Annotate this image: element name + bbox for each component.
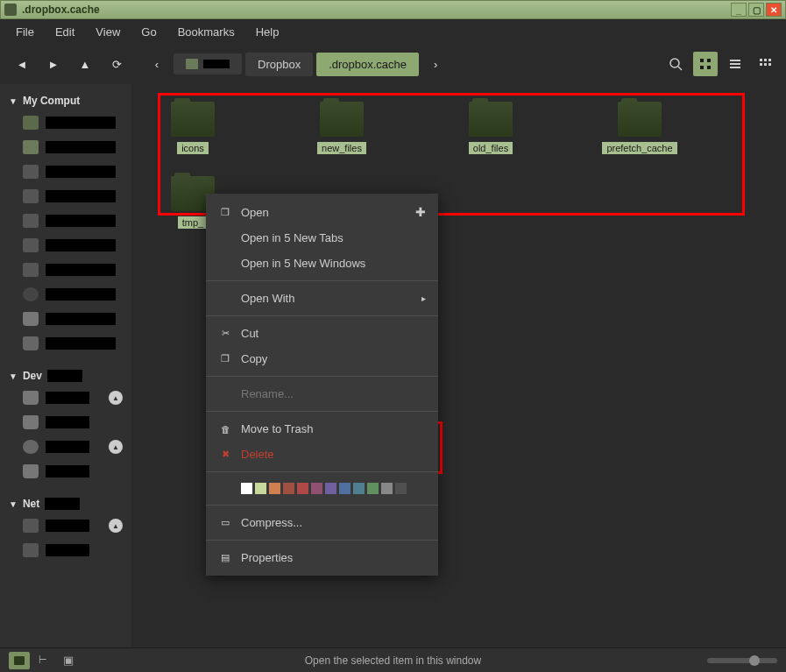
breadcrumb-home[interactable] [173,53,242,74]
color-tag[interactable] [381,483,393,494]
sidebar-section-computer[interactable]: ▼My Comput [4,91,128,110]
sb-places-button[interactable] [9,652,30,669]
maximize-button[interactable]: ▢ [748,3,764,17]
compact-view-button[interactable] [753,52,777,76]
color-tag[interactable] [325,483,336,494]
zoom-slider[interactable] [707,658,777,663]
context-properties-label: Properties [241,551,293,564]
context-open-label: Open [241,206,269,219]
content-area[interactable]: icons new_files old_files prefetch_cache… [131,84,786,647]
titlebar: .dropbox.cache _ ▢ ✕ [0,0,786,19]
sidebar-item-device-2[interactable] [4,410,128,435]
sidebar-item-home[interactable] [4,110,128,135]
sidebar-item-downloads[interactable] [4,258,128,282]
statusbar: ⊢ ▣ Open the selected item in this windo… [0,647,786,672]
menu-view[interactable]: View [87,22,129,42]
archive-icon: ▭ [218,517,232,529]
menu-edit[interactable]: Edit [46,22,83,42]
svg-rect-14 [768,63,771,66]
context-compress[interactable]: ▭ Compress... [206,510,438,535]
sidebar-item-device-3[interactable]: ▲ [4,435,128,459]
eject-icon[interactable]: ▲ [109,519,123,533]
context-delete-label: Delete [241,448,274,461]
context-cut-label: Cut [241,327,258,340]
sidebar-item-documents[interactable] [4,159,128,184]
sidebar-item-recent[interactable] [4,282,128,307]
network-icon [23,519,39,533]
search-button[interactable] [663,52,688,76]
eject-icon[interactable]: ▲ [109,440,123,454]
disc-icon [23,440,39,454]
menu-separator [206,280,438,281]
trash-icon [23,336,39,350]
up-button[interactable]: ▲ [72,51,98,77]
statusbar-text: Open the selected item in this window [88,654,698,667]
delete-icon: ✖ [218,449,232,461]
breadcrumb-dropbox[interactable]: Dropbox [245,53,313,76]
context-open-tabs-label: Open in 5 New Tabs [241,231,343,244]
context-open-windows[interactable]: Open in 5 New Windows [206,251,438,276]
sidebar-item-filesystem[interactable] [4,307,128,331]
color-tag[interactable] [269,483,280,494]
color-tag[interactable] [339,483,351,494]
chevron-right-icon: ▸ [421,294,426,303]
sidebar-item-network-2[interactable] [4,538,128,562]
home-folder-icon [23,116,39,130]
context-properties[interactable]: ▤ Properties [206,545,438,570]
context-move-to-trash[interactable]: 🗑 Move to Trash [206,416,438,442]
context-open-with[interactable]: Open With ▸ [206,286,438,311]
sidebar-item-network-1[interactable]: ▲ [4,513,128,538]
sidebar-section-network[interactable]: ▼Net [4,494,128,513]
color-tag[interactable] [367,483,379,494]
folder-icon [171,102,215,137]
svg-rect-9 [760,59,762,61]
menu-bookmarks[interactable]: Bookmarks [169,22,244,42]
window-title: .dropbox.cache [22,4,729,16]
eject-icon[interactable]: ▲ [109,391,123,405]
breadcrumb-next-icon[interactable]: › [422,51,449,77]
sidebar-item-trash[interactable] [4,331,128,356]
sidebar-item-desktop[interactable] [4,135,128,159]
sb-terminal-button[interactable]: ▣ [63,654,79,667]
color-tag[interactable] [311,483,322,494]
color-tag[interactable] [297,483,308,494]
sb-tree-button[interactable]: ⊢ [39,654,54,666]
context-open[interactable]: ❐ Open ✚ [206,199,438,225]
refresh-button[interactable]: ⟳ [103,51,130,77]
svg-rect-6 [730,60,740,61]
chevron-down-icon: ▼ [9,96,18,106]
color-tag[interactable] [283,483,294,494]
menu-separator [206,315,438,316]
color-tag[interactable] [241,483,252,494]
sidebar-item-videos[interactable] [4,233,128,258]
svg-point-0 [670,59,679,67]
sidebar-item-pictures[interactable] [4,209,128,233]
context-cut[interactable]: ✂ Cut [206,321,438,346]
forward-button[interactable]: ► [40,51,67,77]
color-tag[interactable] [353,483,365,494]
window-icon [4,4,17,16]
sidebar-section-devices[interactable]: ▼Dev [4,366,128,386]
minimize-button[interactable]: _ [731,3,747,17]
context-open-tabs[interactable]: Open in 5 New Tabs [206,225,438,251]
color-tag[interactable] [255,483,266,494]
folder-icon [618,102,662,137]
breadcrumb-current[interactable]: .dropbox.cache [316,53,419,76]
close-button[interactable]: ✕ [766,3,782,17]
folder-icon [23,189,39,203]
chevron-down-icon: ▼ [9,371,18,381]
context-copy-label: Copy [241,352,267,365]
menu-help[interactable]: Help [247,22,288,42]
back-button[interactable]: ◄ [9,51,35,77]
menu-go[interactable]: Go [132,22,165,42]
context-delete[interactable]: ✖ Delete [206,442,438,467]
sidebar-item-device-1[interactable]: ▲ [4,386,128,410]
color-tag[interactable] [395,483,407,494]
breadcrumb-prev-icon[interactable]: ‹ [144,51,170,77]
context-copy[interactable]: ❐ Copy [206,346,438,371]
sidebar-item-music[interactable] [4,184,128,209]
sidebar-item-device-4[interactable] [4,459,128,484]
menu-file[interactable]: File [7,22,43,42]
icon-view-button[interactable] [693,52,718,76]
list-view-button[interactable] [723,52,747,76]
